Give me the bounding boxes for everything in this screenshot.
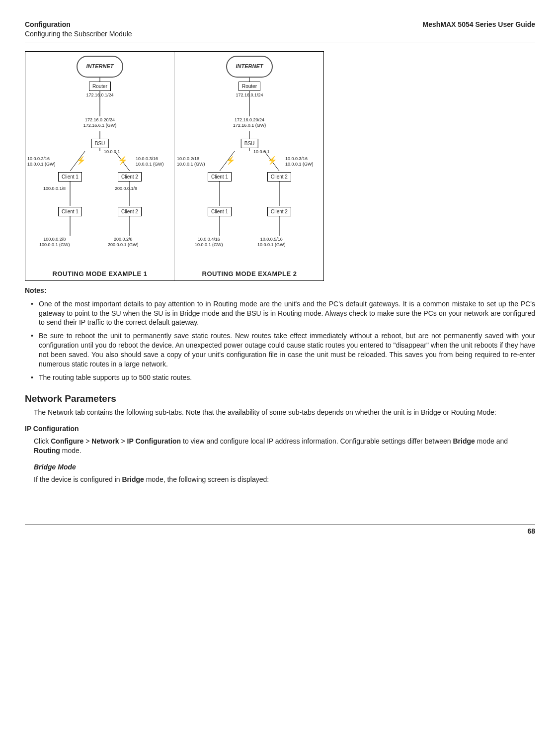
bolt-icon: ⚡ bbox=[226, 155, 236, 166]
note-item: Be sure to reboot the unit to permanentl… bbox=[25, 331, 535, 369]
client2-box: Client 2 bbox=[267, 172, 291, 182]
bsu-ip: 10.0.0.1 bbox=[104, 149, 120, 155]
internet-cloud: INTERNET bbox=[77, 56, 123, 78]
header-subtitle: Configuring the Subscriber Module bbox=[25, 29, 132, 39]
network-parameters-intro: The Network tab contains the following s… bbox=[34, 408, 535, 417]
bridge-mode-heading: Bridge Mode bbox=[34, 462, 535, 472]
diagram-example-1: INTERNET Router 172.16.0.1/24 172.16.0.2… bbox=[25, 52, 174, 280]
router-ip: 172.16.0.1/24 bbox=[236, 92, 263, 98]
client2-low-ip: 10.0.0.5/1610.0.0.1 (GW) bbox=[257, 237, 286, 248]
ip-configuration-text: Click Configure > Network > IP Configura… bbox=[34, 437, 535, 456]
page-footer: 68 bbox=[25, 524, 535, 536]
client2-upper-ip: 10.0.0.3/1610.0.0.1 (GW) bbox=[136, 156, 164, 167]
bsu-ip: 10.0.0.1 bbox=[253, 149, 270, 155]
client1-box: Client 1 bbox=[208, 172, 232, 182]
note-item: One of the most important details to pay… bbox=[25, 299, 535, 328]
page-header: Configuration Configuring the Subscriber… bbox=[25, 20, 535, 42]
client1-upper-ip: 10.0.0.2/1610.0.0.1 (GW) bbox=[177, 156, 205, 167]
client1-low-ip: 100.0.0.2/8100.0.0.1 (GW) bbox=[39, 237, 70, 248]
notes-heading: Notes: bbox=[25, 286, 535, 295]
note-item: The routing table supports up to 500 sta… bbox=[25, 373, 535, 382]
client1-mid-ip: 100.0.0.1/8 bbox=[43, 186, 66, 191]
client1-upper-ip: 10.0.0.2/1610.0.0.1 (GW) bbox=[27, 156, 56, 167]
client1-lower-box: Client 1 bbox=[58, 207, 82, 217]
notes-list: One of the most important details to pay… bbox=[25, 299, 535, 382]
client1-lower-box: Client 1 bbox=[208, 207, 232, 217]
client2-mid-ip: 200.0.0.1/8 bbox=[115, 186, 137, 191]
client2-low-ip: 200.0.2/8200.0.0.1 (GW) bbox=[108, 237, 139, 248]
client2-box: Client 2 bbox=[118, 172, 142, 182]
bolt-icon: ⚡ bbox=[76, 155, 86, 166]
header-right: MeshMAX 5054 Series User Guide bbox=[423, 20, 535, 39]
client2-lower-box: Client 2 bbox=[118, 207, 142, 217]
routing-diagram: INTERNET Router 172.16.0.1/24 172.16.0.2… bbox=[25, 51, 324, 281]
router-ip: 172.16.0.1/24 bbox=[86, 92, 113, 98]
diagram-example-2: INTERNET Router 172.16.0.1/24 172.16.0.2… bbox=[174, 52, 324, 280]
example2-caption: ROUTING MODE EXAMPLE 2 bbox=[175, 270, 324, 278]
internet-cloud: INTERNET bbox=[226, 56, 273, 78]
bridge-mode-text: If the device is configured in Bridge mo… bbox=[34, 475, 535, 484]
network-parameters-heading: Network Parameters bbox=[25, 392, 535, 405]
client1-box: Client 1 bbox=[58, 172, 82, 182]
header-left: Configuration Configuring the Subscriber… bbox=[25, 20, 132, 39]
bsu-box: BSU bbox=[91, 139, 109, 149]
example1-caption: ROUTING MODE EXAMPLE 1 bbox=[25, 270, 174, 278]
client2-upper-ip: 10.0.0.3/1610.0.0.1 (GW) bbox=[285, 156, 314, 167]
bsu-upper-ip: 172.16.0.20/24172.16.0.1 (GW) bbox=[233, 117, 266, 128]
header-title: Configuration bbox=[25, 20, 71, 28]
page-number: 68 bbox=[527, 527, 535, 535]
router-box: Router bbox=[239, 82, 260, 91]
bsu-box: BSU bbox=[241, 139, 258, 149]
router-box: Router bbox=[89, 82, 111, 91]
client1-low-ip: 10.0.0.4/1610.0.0.1 (GW) bbox=[195, 237, 223, 248]
bsu-upper-ip: 172.16.0.20/24172.16.6.1 (GW) bbox=[83, 117, 117, 128]
bolt-icon: ⚡ bbox=[118, 155, 128, 166]
client2-lower-box: Client 2 bbox=[267, 207, 291, 217]
bolt-icon: ⚡ bbox=[267, 155, 277, 166]
ip-configuration-heading: IP Configuration bbox=[25, 424, 535, 434]
